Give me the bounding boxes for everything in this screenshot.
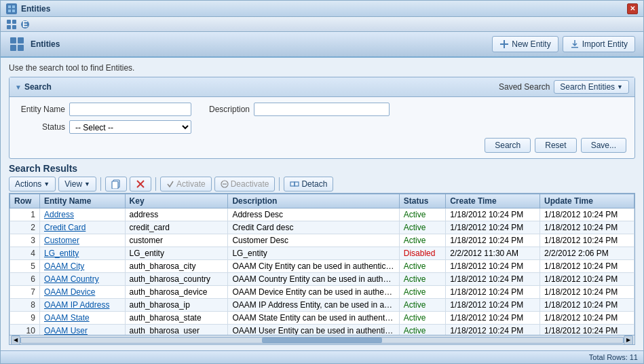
activate-button[interactable]: Activate bbox=[160, 177, 212, 192]
svg-rect-16 bbox=[571, 47, 578, 48]
col-row: Row bbox=[10, 194, 40, 208]
cell-create-time: 1/18/2012 10:24 PM bbox=[446, 299, 540, 312]
saved-search-label: Saved Search bbox=[499, 82, 550, 92]
cell-update-time: 1/18/2012 10:24 PM bbox=[540, 273, 634, 286]
actions-button[interactable]: Actions ▼ bbox=[9, 177, 56, 192]
cell-update-time: 1/18/2012 10:24 PM bbox=[540, 260, 634, 273]
cell-description: OAAM IP Address Entity, can be used in a… bbox=[228, 299, 399, 312]
cell-row-num: 7 bbox=[10, 286, 40, 299]
cell-create-time: 1/18/2012 10:24 PM bbox=[446, 208, 540, 221]
status-select[interactable]: -- Select -- Active Disabled bbox=[69, 120, 191, 134]
results-section: Search Results Actions ▼ View ▼ bbox=[9, 163, 635, 345]
search-entities-button[interactable]: Search Entities ▼ bbox=[554, 80, 629, 94]
toolbar-separator-3 bbox=[279, 177, 280, 191]
subtitle: Use the search tool to find Entities. bbox=[9, 63, 635, 73]
cell-status: Active bbox=[399, 234, 445, 247]
cell-description: OAAM City Entity can be used in authenti… bbox=[228, 260, 399, 273]
saved-search-area: Saved Search Search Entities ▼ bbox=[499, 80, 629, 94]
cell-create-time: 1/18/2012 10:24 PM bbox=[446, 273, 540, 286]
cell-create-time: 2/2/2012 11:30 AM bbox=[446, 247, 540, 260]
cell-entity-name[interactable]: Address bbox=[39, 208, 125, 221]
deactivate-button[interactable]: Deactivate bbox=[214, 177, 276, 192]
collapse-icon[interactable]: ▼ bbox=[15, 84, 22, 91]
cell-entity-name[interactable]: LG_entity bbox=[39, 247, 125, 260]
col-key[interactable]: Key bbox=[125, 194, 228, 208]
svg-rect-10 bbox=[10, 37, 16, 43]
cell-status: Active bbox=[399, 273, 445, 286]
cell-description: Credit Card desc bbox=[228, 221, 399, 234]
close-button[interactable]: ✕ bbox=[627, 3, 638, 14]
cell-key: auth_bharosa_user bbox=[125, 325, 228, 335]
scroll-track[interactable] bbox=[20, 337, 624, 344]
scroll-area[interactable]: Row Entity Name Key Description Status C… bbox=[10, 194, 634, 335]
cell-entity-name[interactable]: OAAM Country bbox=[39, 273, 125, 286]
cell-entity-name[interactable]: OAAM IP Address bbox=[39, 299, 125, 312]
table-header-row: Row Entity Name Key Description Status C… bbox=[10, 194, 634, 208]
delete-icon bbox=[136, 179, 145, 189]
nav-entities-icon: E bbox=[20, 19, 31, 30]
col-update-time[interactable]: Update Time bbox=[540, 194, 634, 208]
col-description[interactable]: Description bbox=[228, 194, 399, 208]
horizontal-scrollbar[interactable]: ◀ ▶ bbox=[10, 335, 634, 344]
cell-status: Active bbox=[399, 221, 445, 234]
scroll-left-arrow[interactable]: ◀ bbox=[11, 335, 20, 345]
table-row[interactable]: 1 Address address Address Desc Active 1/… bbox=[10, 208, 634, 221]
detach-icon bbox=[290, 179, 299, 189]
cell-row-num: 2 bbox=[10, 221, 40, 234]
svg-rect-24 bbox=[295, 182, 299, 186]
scroll-thumb[interactable] bbox=[262, 338, 382, 343]
import-entity-button[interactable]: Import Entity bbox=[563, 36, 635, 52]
search-button[interactable]: Search bbox=[485, 138, 531, 153]
col-create-time[interactable]: Create Time bbox=[446, 194, 540, 208]
entity-name-input[interactable] bbox=[69, 103, 191, 116]
svg-rect-7 bbox=[12, 25, 16, 29]
cell-entity-name[interactable]: Customer bbox=[39, 234, 125, 247]
col-entity-name[interactable]: Entity Name bbox=[39, 194, 125, 208]
entities-icon bbox=[9, 36, 25, 52]
table-row[interactable]: 7 OAAM Device auth_bharosa_device OAAM D… bbox=[10, 286, 634, 299]
save-button[interactable]: Save... bbox=[581, 138, 626, 153]
table-container: Row Entity Name Key Description Status C… bbox=[9, 193, 635, 345]
cell-key: auth_bharosa_state bbox=[125, 312, 228, 325]
cell-description: OAAM Device Entity can be used in authen… bbox=[228, 286, 399, 299]
table-row[interactable]: 4 LG_entity LG_entity LG_entity Disabled… bbox=[10, 247, 634, 260]
table-row[interactable]: 10 OAAM User auth_bharosa_user OAAM User… bbox=[10, 325, 634, 335]
search-panel: ▼ Search Saved Search Search Entities ▼ … bbox=[9, 77, 635, 159]
table-row[interactable]: 9 OAAM State auth_bharosa_state OAAM Sta… bbox=[10, 312, 634, 325]
description-input[interactable] bbox=[254, 103, 390, 116]
cell-entity-name[interactable]: OAAM Device bbox=[39, 286, 125, 299]
search-panel-title: ▼ Search bbox=[15, 82, 52, 92]
cell-row-num: 5 bbox=[10, 260, 40, 273]
table-row[interactable]: 8 OAAM IP Address auth_bharosa_ip OAAM I… bbox=[10, 299, 634, 312]
copy-button[interactable] bbox=[105, 177, 127, 192]
actions-dropdown-icon: ▼ bbox=[43, 181, 50, 187]
col-status[interactable]: Status bbox=[399, 194, 445, 208]
table-row[interactable]: 5 OAAM City auth_bharosa_city OAAM City … bbox=[10, 260, 634, 273]
svg-rect-0 bbox=[8, 5, 11, 8]
results-title: Search Results bbox=[9, 163, 635, 174]
scroll-right-arrow[interactable]: ▶ bbox=[624, 335, 633, 345]
entity-name-label: Entity Name bbox=[18, 105, 65, 114]
cell-row-num: 10 bbox=[10, 325, 40, 335]
cell-key: auth_bharosa_ip bbox=[125, 299, 228, 312]
svg-rect-2 bbox=[8, 10, 11, 12]
table-row[interactable]: 6 OAAM Country auth_bharosa_country OAAM… bbox=[10, 273, 634, 286]
cell-status: Active bbox=[399, 286, 445, 299]
status-label: Status bbox=[18, 122, 65, 132]
delete-button[interactable] bbox=[130, 177, 151, 192]
table-row[interactable]: 2 Credit Card credit_card Credit Card de… bbox=[10, 221, 634, 234]
cell-entity-name[interactable]: OAAM User bbox=[39, 325, 125, 335]
status-bar: Total Rows: 11 bbox=[1, 350, 643, 363]
detach-button[interactable]: Detach bbox=[284, 177, 333, 192]
new-entity-button[interactable]: New Entity bbox=[492, 36, 558, 52]
table-row[interactable]: 3 Customer customer Customer Desc Active… bbox=[10, 234, 634, 247]
cell-create-time: 1/18/2012 10:24 PM bbox=[446, 260, 540, 273]
cell-entity-name[interactable]: OAAM City bbox=[39, 260, 125, 273]
reset-button[interactable]: Reset bbox=[535, 138, 576, 153]
cell-update-time: 1/18/2012 10:24 PM bbox=[540, 325, 634, 335]
cell-entity-name[interactable]: Credit Card bbox=[39, 221, 125, 234]
description-label: Description bbox=[202, 105, 250, 114]
svg-rect-18 bbox=[112, 181, 118, 189]
view-button[interactable]: View ▼ bbox=[58, 177, 96, 192]
cell-entity-name[interactable]: OAAM State bbox=[39, 312, 125, 325]
